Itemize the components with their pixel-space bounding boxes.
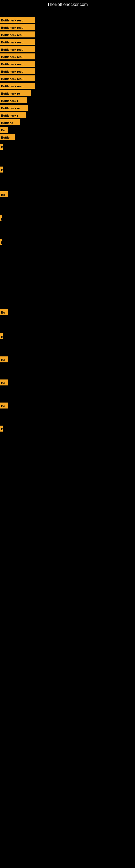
bar-item-25: Bo — [0, 356, 8, 362]
bar-label-13: Bottleneck re — [0, 105, 28, 111]
bar-item-21: | — [0, 215, 2, 221]
bar-label-2: Bottleneck resu — [0, 24, 35, 30]
bar-label-21: | — [0, 215, 2, 221]
bar-label-9: Bottleneck resu — [0, 75, 35, 82]
bar-label-23: Bo — [0, 309, 8, 315]
bar-item-1: Bottleneck resu — [0, 17, 35, 23]
bar-label-8: Bottleneck resu — [0, 68, 35, 74]
bar-item-16: Bo — [0, 127, 8, 133]
bar-item-3: Bottleneck resu — [0, 31, 35, 37]
bar-item-13: Bottleneck re — [0, 105, 28, 111]
site-title: TheBottlenecker.com — [0, 0, 135, 9]
bar-item-8: Bottleneck resu — [0, 68, 35, 74]
bar-label-27: Bo — [0, 403, 8, 408]
bar-item-7: Bottleneck resu — [0, 61, 35, 67]
bar-item-14: Bottleneck r — [0, 112, 26, 118]
bar-label-14: Bottleneck r — [0, 112, 26, 118]
bar-label-4: Bottleneck resu — [0, 39, 35, 45]
bar-item-23: Bo — [0, 309, 8, 315]
bar-item-28: B — [0, 426, 3, 432]
bar-item-2: Bottleneck resu — [0, 24, 35, 30]
bar-label-6: Bottleneck resu — [0, 54, 35, 59]
bar-item-17: Bottle — [0, 134, 15, 140]
bar-label-20: Bo — [0, 191, 8, 197]
bar-label-28: B — [0, 426, 3, 432]
bar-item-11: Bottleneck re — [0, 90, 31, 96]
bar-label-11: Bottleneck re — [0, 90, 31, 96]
bar-item-27: Bo — [0, 403, 8, 408]
bar-label-22: | — [0, 239, 2, 245]
bar-item-26: Bo — [0, 379, 8, 385]
bar-item-18: B — [0, 144, 3, 150]
bar-item-5: Bottleneck resu — [0, 46, 35, 52]
bar-label-25: Bo — [0, 356, 8, 362]
bar-label-15: Bottlene — [0, 119, 20, 125]
bar-label-26: Bo — [0, 379, 8, 385]
bar-item-6: Bottleneck resu — [0, 54, 35, 59]
bar-label-5: Bottleneck resu — [0, 46, 35, 52]
bar-label-19: B — [0, 166, 3, 173]
bar-item-9: Bottleneck resu — [0, 75, 35, 82]
bar-item-10: Bottleneck resu — [0, 83, 35, 89]
bar-label-17: Bottle — [0, 134, 15, 140]
bar-label-24: B — [0, 333, 3, 339]
bar-item-12: Bottleneck r — [0, 97, 27, 103]
bar-item-19: B — [0, 166, 3, 173]
bar-label-12: Bottleneck r — [0, 97, 27, 103]
bar-item-20: Bo — [0, 191, 8, 197]
bar-item-4: Bottleneck resu — [0, 39, 35, 45]
bar-item-24: B — [0, 333, 3, 339]
bar-label-1: Bottleneck resu — [0, 17, 35, 23]
bar-label-3: Bottleneck resu — [0, 31, 35, 37]
bar-label-10: Bottleneck resu — [0, 83, 35, 89]
bar-item-22: | — [0, 239, 2, 245]
bar-item-15: Bottlene — [0, 119, 20, 125]
bar-label-18: B — [0, 144, 3, 150]
bar-label-16: Bo — [0, 127, 8, 133]
bar-label-7: Bottleneck resu — [0, 61, 35, 67]
